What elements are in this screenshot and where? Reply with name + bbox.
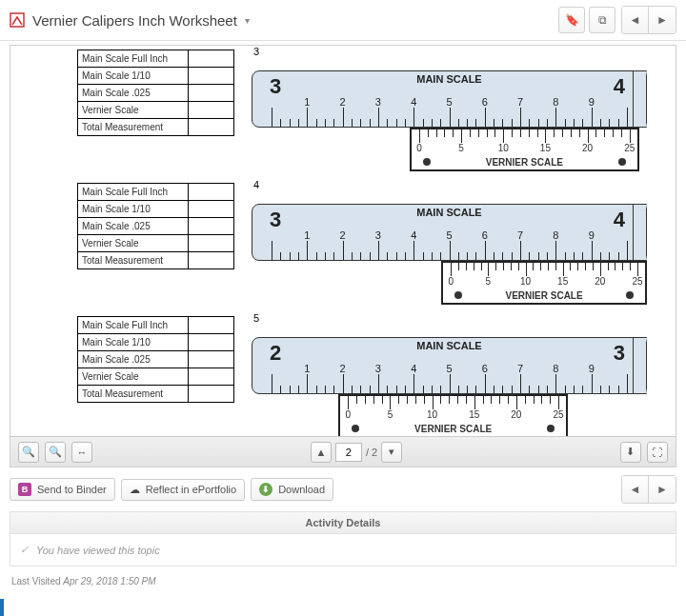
- table-row-label: Vernier Scale: [78, 102, 189, 119]
- table-row-value: [189, 317, 234, 334]
- main-scale-tick-label: 4: [411, 229, 416, 241]
- table-row-value: [189, 334, 234, 351]
- fit-width-icon: ↔: [77, 447, 88, 458]
- table-row-value: [189, 386, 234, 403]
- zoom-in-icon: 🔍: [49, 446, 62, 458]
- next-topic-button[interactable]: ►: [649, 7, 676, 33]
- download-label: Download: [278, 484, 325, 495]
- table-row-value: [189, 252, 234, 269]
- main-scale-tick-label: 3: [375, 96, 381, 108]
- chevron-down-icon: ▾: [389, 446, 394, 458]
- problem-number: 5: [253, 312, 647, 324]
- table-row-value: [189, 368, 234, 386]
- vernier-screw-icon: [618, 158, 626, 166]
- main-scale-tick-label: 7: [517, 363, 523, 374]
- main-scale-tick-label: 4: [411, 363, 416, 374]
- fit-width-button[interactable]: ↔: [71, 442, 92, 463]
- bottom-prev-button[interactable]: ◄: [622, 476, 649, 503]
- bottom-next-button[interactable]: ►: [649, 476, 676, 503]
- binder-icon: B: [18, 483, 31, 496]
- main-scale-tick-label: 8: [553, 363, 558, 374]
- vernier-tick-label: 20: [582, 143, 593, 153]
- vernier-screw-icon: [547, 425, 555, 432]
- download-arrow-icon: ⬇: [262, 485, 270, 494]
- vernier-tick-label: 0: [416, 143, 422, 153]
- download-pdf-button[interactable]: ⬇: [620, 442, 641, 463]
- table-row-label: Main Scale 1/10: [78, 201, 189, 218]
- vernier-tick-label: 10: [427, 409, 437, 420]
- table-row-label: Main Scale Full Inch: [78, 317, 189, 334]
- vernier-scale-title: VERNIER SCALE: [412, 157, 637, 168]
- title-dropdown-icon[interactable]: ▾: [245, 15, 250, 26]
- popout-button[interactable]: ⧉: [589, 7, 615, 33]
- main-scale-tick-label: 2: [340, 96, 346, 108]
- measurement-table: Main Scale Full InchMain Scale 1/10Main …: [77, 316, 234, 403]
- vernier-tick-label: 15: [469, 409, 479, 420]
- document-page[interactable]: Main Scale Full InchMain Scale 1/10Main …: [10, 46, 676, 436]
- table-row-label: Main Scale 1/10: [78, 68, 189, 85]
- topic-nav-group: ◄ ►: [621, 6, 676, 34]
- download-badge-icon: ⬇: [259, 483, 272, 496]
- popout-icon: ⧉: [598, 13, 607, 27]
- vernier-tick-label: 15: [540, 143, 551, 153]
- check-icon: ✓: [20, 544, 29, 556]
- problem-number: 4: [253, 179, 647, 190]
- vernier-tick-label: 0: [448, 276, 454, 287]
- prev-topic-button[interactable]: ◄: [622, 7, 649, 33]
- main-scale-tick-label: 6: [482, 229, 488, 241]
- vernier-screw-icon: [626, 291, 634, 299]
- page-up-button[interactable]: ▲: [311, 442, 332, 463]
- last-visited: Last Visited Apr 29, 2018 1:50 PM: [0, 566, 686, 596]
- main-scale-tick-label: 7: [517, 96, 523, 108]
- main-scale-title: MAIN SCALE: [252, 73, 646, 85]
- measurement-table: Main Scale Full InchMain Scale 1/10Main …: [77, 50, 234, 136]
- page-menu-button[interactable]: ▾: [381, 442, 402, 463]
- fullscreen-button[interactable]: ⛶: [647, 442, 668, 463]
- bookmark-icon: 🔖: [565, 13, 579, 27]
- zoom-out-button[interactable]: 🔍: [18, 442, 39, 463]
- main-scale-tick-label: 5: [446, 363, 452, 374]
- main-scale-tick-label: 1: [304, 229, 310, 241]
- vernier-scale-title: VERNIER SCALE: [443, 290, 645, 301]
- vernier-tick-label: 20: [511, 409, 521, 420]
- pdf-icon: [10, 12, 25, 28]
- vernier-tick-label: 15: [557, 276, 568, 287]
- activity-details-header: Activity Details: [10, 512, 676, 534]
- page-total-label: / 2: [366, 447, 377, 458]
- table-row-value: [189, 50, 234, 68]
- worksheet-problem: Main Scale Full InchMain Scale 1/10Main …: [77, 179, 647, 307]
- page-number-input[interactable]: [335, 443, 362, 462]
- table-row-label: Total Measurement: [78, 386, 189, 403]
- table-row-label: Main Scale Full Inch: [78, 184, 189, 201]
- worksheet-problem: Main Scale Full InchMain Scale 1/10Main …: [77, 312, 647, 436]
- vernier-tick-label: 0: [346, 409, 352, 420]
- titlebar: Vernier Calipers Inch Worksheet ▾ 🔖 ⧉ ◄ …: [0, 0, 686, 41]
- vernier-tick-label: 25: [632, 276, 642, 287]
- main-scale-tick-label: 6: [482, 363, 488, 374]
- main-scale-tick-label: 9: [589, 229, 595, 241]
- bottom-topic-nav-group: ◄ ►: [621, 475, 676, 504]
- table-row-value: [189, 68, 234, 85]
- reflect-eportfolio-button[interactable]: ☁ Reflect in ePortfolio: [121, 479, 245, 501]
- chevron-left-icon: ◄: [630, 483, 641, 496]
- worksheet-problem: Main Scale Full InchMain Scale 1/10Main …: [77, 46, 647, 173]
- doc-title: Vernier Calipers Inch Worksheet: [32, 12, 237, 29]
- last-visited-timestamp: Apr 29, 2018 1:50 PM: [63, 576, 155, 586]
- download-button[interactable]: ⬇ Download: [251, 478, 333, 501]
- eportfolio-label: Reflect in ePortfolio: [146, 484, 236, 495]
- problem-number: 3: [253, 46, 647, 57]
- activity-details-panel: Activity Details ✓ You have viewed this …: [10, 511, 676, 566]
- table-row-value: [189, 235, 234, 252]
- table-row-label: Vernier Scale: [78, 235, 189, 252]
- vernier-tick-label: 10: [520, 276, 531, 287]
- zoom-in-button[interactable]: 🔍: [45, 442, 66, 463]
- chevron-right-icon: ►: [656, 483, 668, 496]
- bookmark-button[interactable]: 🔖: [558, 7, 585, 33]
- send-to-binder-button[interactable]: B Send to Binder: [10, 478, 115, 501]
- viewer-toolbar: 🔍 🔍 ↔ ▲ / 2 ▾ ⬇ ⛶: [10, 436, 676, 467]
- main-scale-tick-label: 1: [304, 363, 310, 374]
- caliper-figure: MAIN SCALE34123456789VERNIER SCALE051015…: [252, 192, 647, 307]
- table-row-label: Total Measurement: [78, 252, 189, 269]
- main-scale-tick-label: 3: [375, 229, 381, 241]
- table-row-value: [189, 351, 234, 368]
